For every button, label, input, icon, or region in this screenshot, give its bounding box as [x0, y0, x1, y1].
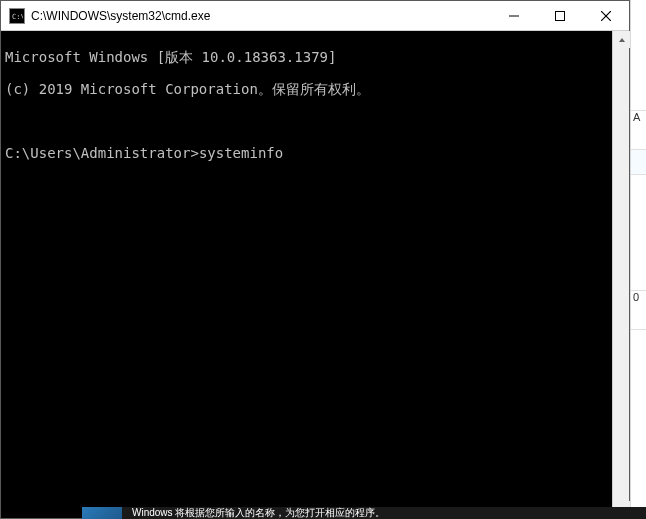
prompt-text: C:\Users\Administrator>: [5, 145, 199, 161]
cmd-icon: C:\: [9, 8, 25, 24]
svg-text:C:\: C:\: [12, 13, 23, 21]
console-blank-line: [5, 113, 608, 129]
titlebar[interactable]: C:\ C:\WINDOWS\system32\cmd.exe: [1, 1, 629, 31]
background-bottom-text: Windows 将根据您所输入的名称，为您打开相应的程序。: [132, 507, 385, 519]
console-line: (c) 2019 Microsoft Corporation。保留所有权利。: [5, 81, 608, 97]
bg-cell: 0: [631, 290, 646, 330]
run-dialog-icon: [82, 507, 122, 519]
bg-hint-text: 0: [633, 291, 639, 303]
vertical-scrollbar[interactable]: [612, 31, 629, 518]
svg-rect-2: [556, 11, 565, 20]
console-output[interactable]: Microsoft Windows [版本 10.0.18363.1379] (…: [1, 31, 612, 518]
command-text: systeminfo: [199, 145, 283, 161]
window-controls: [491, 1, 629, 30]
console-line: Microsoft Windows [版本 10.0.18363.1379]: [5, 49, 608, 65]
console-area: Microsoft Windows [版本 10.0.18363.1379] (…: [1, 31, 629, 518]
background-window-strip: A 0: [630, 0, 646, 519]
maximize-button[interactable]: [537, 1, 583, 30]
window-title: C:\WINDOWS\system32\cmd.exe: [31, 9, 491, 23]
console-prompt-line: C:\Users\Administrator>systeminfo: [5, 145, 608, 161]
close-button[interactable]: [583, 1, 629, 30]
bg-cell: A: [631, 110, 646, 150]
background-taskbar-fragment: Windows 将根据您所输入的名称，为您打开相应的程序。: [82, 507, 646, 519]
minimize-button[interactable]: [491, 1, 537, 30]
scroll-up-button[interactable]: [613, 31, 630, 48]
bg-hint-text: A: [633, 111, 640, 123]
cmd-window: C:\ C:\WINDOWS\system32\cmd.exe Microsof…: [0, 0, 630, 519]
svg-marker-5: [619, 38, 625, 42]
